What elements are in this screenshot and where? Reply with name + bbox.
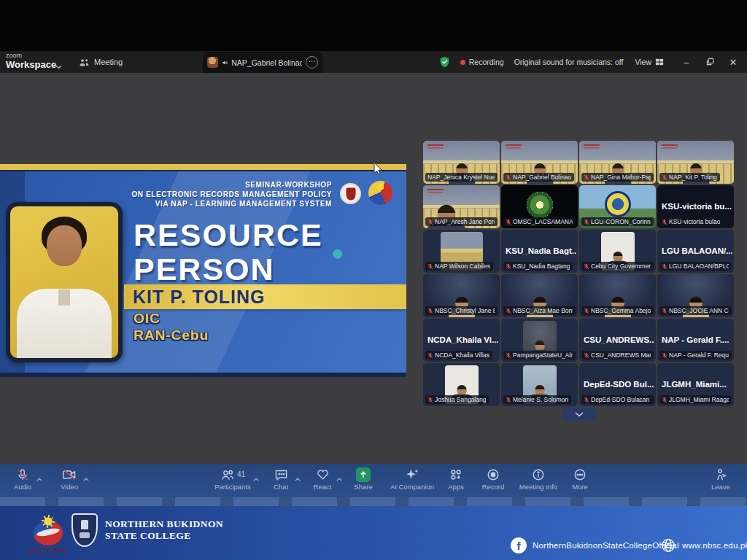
participant-name-label: OMSC_LACSAMANA, ...: [503, 217, 576, 226]
participant-tile[interactable]: Cebu City Government...: [579, 230, 656, 273]
participant-tile[interactable]: NAP - Gerald F....NAP - Gerald F. Reque.…: [657, 319, 734, 362]
recording-dot-icon: [460, 60, 465, 65]
leave-icon: [715, 468, 727, 481]
participant-tile[interactable]: Melanie S. Solomon: [501, 363, 578, 406]
coron-seal-logo: [605, 191, 631, 217]
speaker-photo-frame: [6, 202, 123, 362]
speaker-icon: [222, 58, 228, 67]
participant-tile[interactable]: NBSC_Aiza Mae Bontu...: [501, 274, 578, 317]
participant-tile[interactable]: JLGMH_Miami...JLGMH_Miami Raagas: [657, 363, 734, 406]
share-tab-options-icon[interactable]: ⋯: [306, 56, 318, 69]
mic-muted-icon: [584, 397, 589, 403]
participant-name-label: NAP Wilson Cabiles: [425, 262, 493, 271]
display-name: LGU BALAOAN/...: [662, 246, 732, 254]
tab-shared-screen[interactable]: NAP_Gabriel Bolinao's screen ⋯: [203, 52, 322, 73]
participant-name-label: NAP_Kit P. Toling: [659, 173, 720, 182]
record-label: Record: [482, 483, 505, 491]
audio-chevron-icon[interactable]: [36, 471, 42, 484]
workspace-chevron-down-icon[interactable]: [55, 59, 62, 72]
participant-tile[interactable]: NAP Wilson Cabiles: [423, 230, 500, 273]
participant-tile[interactable]: Joshua Sangalang: [423, 363, 500, 406]
gallery-collapse-button[interactable]: [562, 408, 596, 421]
maximize-button[interactable]: [702, 57, 718, 68]
share-label: Share: [354, 483, 372, 491]
participant-tile[interactable]: NBSC_JOCIE ANN C. B...: [657, 274, 734, 317]
omsc-seal-logo: [527, 192, 553, 218]
video-chevron-icon[interactable]: [83, 471, 89, 484]
video-label: Video: [61, 483, 78, 491]
participant-tile[interactable]: LGU BALAOAN/...LGU BALAOAN/BPLO ...: [657, 230, 734, 273]
slide-header-line2: ON ELECTRONIC RECORDS MANAGEMENT POLICY: [131, 190, 332, 199]
tab-meeting[interactable]: Meeting: [79, 51, 123, 73]
security-shield-icon[interactable]: [439, 56, 450, 68]
top-letterbox: [0, 0, 747, 51]
mic-muted-icon: [427, 308, 433, 314]
mic-muted-icon: [662, 308, 667, 314]
display-name: NAP - Gerald F....: [662, 335, 732, 343]
mic-muted-icon: [662, 352, 667, 359]
participant-name-label: LGU-CORON_Corinne ...: [581, 217, 654, 226]
mic-muted-icon: [506, 263, 511, 270]
participant-tile[interactable]: NAP_Kit P. Toling: [657, 141, 734, 184]
participant-name-label: LGU BALAOAN/BPLO ...: [659, 262, 732, 271]
more-button[interactable]: More: [554, 467, 605, 499]
slide-title: RESOURCE PERSON: [133, 218, 323, 287]
participant-tile[interactable]: NBSC_Christyl Jane B. ...: [423, 274, 500, 317]
audio-button[interactable]: Audio: [0, 467, 48, 499]
video-off-icon: [62, 468, 77, 481]
participant-tile[interactable]: KSU_Nadia Bagt...KSU_Nadia Bagtang: [501, 230, 578, 273]
mic-muted-icon: [662, 263, 667, 270]
speaker-name: KIT P. TOLING: [124, 287, 266, 308]
participant-tile[interactable]: PampangaStateU_Alm...: [501, 319, 578, 362]
participant-tile[interactable]: NAP_Gina Mahor-Papa: [579, 141, 656, 184]
mic-muted-icon: [16, 468, 29, 481]
slide-title-line1: RESOURCE: [133, 218, 323, 252]
mic-muted-icon: [584, 308, 589, 314]
display-name: KSU_Nadia Bagt...: [506, 246, 576, 254]
display-name: KSU-victoria bu...: [662, 201, 732, 210]
close-button[interactable]: ✕: [725, 57, 741, 68]
participant-name-label: NAP - Gerald F. Reque...: [659, 351, 732, 359]
facebook-handle: NorthernBukidnonStateCollegeOfficial: [533, 541, 679, 550]
view-button[interactable]: View: [635, 58, 664, 66]
meeting-info-label: Meeting Info: [519, 483, 557, 491]
slide-title-line2: PERSON: [133, 252, 323, 287]
speaker-office: RAN-Cebu: [133, 327, 209, 343]
participants-button[interactable]: 41 Participants: [205, 467, 260, 499]
participant-tile[interactable]: NAP_Aresh Jane Perez: [423, 185, 500, 228]
meeting-toolbar: Audio Video 41 Participants Chat: [0, 467, 747, 499]
participant-tile[interactable]: NCDA_Khaila Vi...NCDA_Khaila Villas: [423, 319, 500, 362]
participant-name-label: NBSC_JOCIE ANN C. B...: [659, 306, 732, 315]
participant-name-label: NAP_Gabriel Bolinao: [503, 173, 574, 182]
participant-name-label: KSU_Nadia Bagtang: [503, 262, 573, 271]
participant-tile[interactable]: KSU-victoria bu...KSU-victoria bulao: [657, 185, 734, 228]
slide-header-line1: SEMINAR-WORKSHOP: [131, 180, 332, 190]
college-name-line1: NORTHERN BUKIDNON: [105, 518, 223, 530]
participant-tile[interactable]: DepEd-SDO Bul...DepEd-SDO Bulacan M...: [579, 363, 656, 406]
meeting-content-area: BAGONG PILIPINAS NORTHERN BUKIDNON STATE…: [0, 73, 747, 560]
mic-muted-icon: [584, 263, 589, 270]
original-sound-status[interactable]: Original sound for musicians: off: [514, 58, 624, 66]
nap-seal-logo: [340, 183, 361, 204]
decorative-dot: [333, 249, 342, 259]
minimize-button[interactable]: –: [678, 57, 694, 68]
participant-tile[interactable]: NBSC_Gemma Abejo-...: [579, 274, 656, 317]
participant-name-label: Joshua Sangalang: [425, 395, 489, 404]
participant-tile[interactable]: OMSC_LACSAMANA, ...: [501, 185, 578, 228]
ai-companion-label: AI Companion: [390, 483, 434, 491]
participant-name-label: NAP_Jenica Krystel Nueva: [425, 173, 498, 182]
leave-button[interactable]: Leave: [695, 467, 746, 499]
participant-tile[interactable]: LGU-CORON_Corinne ...: [579, 185, 656, 228]
chat-icon: [274, 468, 288, 481]
participant-tile[interactable]: CSU_ANDREWS...CSU_ANDREWS Maria...: [579, 319, 656, 362]
participant-tile[interactable]: NAP_Gabriel Bolinao: [501, 141, 578, 184]
participant-tile[interactable]: NAP_Jenica Krystel Nueva: [423, 141, 500, 184]
video-button[interactable]: Video: [44, 467, 95, 499]
participant-name-label: KSU-victoria bulao: [659, 217, 723, 226]
zoom-workspace-brand[interactable]: zoom Workspace: [6, 52, 56, 69]
chat-label: Chat: [274, 483, 288, 491]
participant-name-label: PampangaStateU_Alm...: [503, 351, 576, 359]
mic-muted-icon: [427, 352, 433, 359]
participant-name-label: JLGMH_Miami Raagas: [659, 395, 732, 404]
participants-icon: [220, 468, 235, 481]
